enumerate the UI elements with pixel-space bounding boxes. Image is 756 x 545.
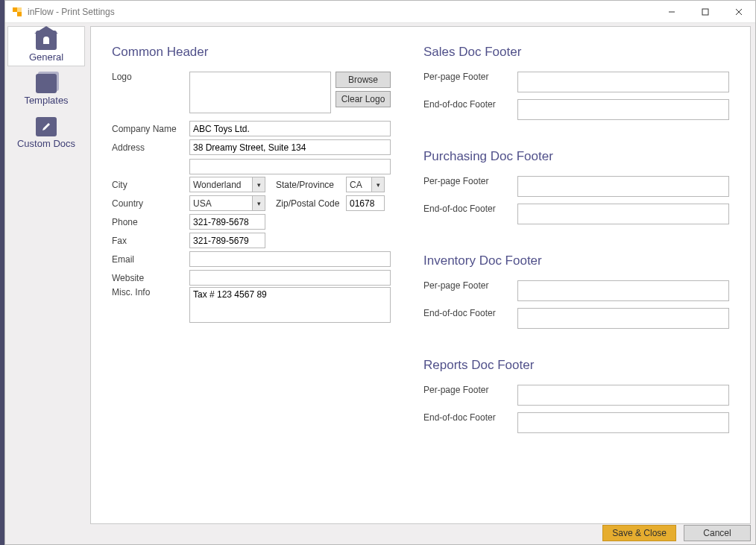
zip-input[interactable] bbox=[346, 195, 385, 211]
label-city: City bbox=[112, 180, 189, 190]
state-value: CA bbox=[350, 180, 362, 190]
label-website: Website bbox=[112, 273, 189, 283]
settings-panel: Common Header Logo Browse Clear Logo Com… bbox=[90, 26, 751, 524]
templates-icon bbox=[36, 74, 57, 93]
label-email: Email bbox=[112, 254, 189, 265]
label-misc: Misc. Info bbox=[112, 287, 189, 297]
reports-perpage-input[interactable] bbox=[517, 385, 729, 406]
label-logo: Logo bbox=[112, 72, 189, 82]
left-column: Common Header Logo Browse Clear Logo Com… bbox=[112, 45, 391, 505]
sales-enddoc-input[interactable] bbox=[517, 99, 729, 120]
misc-info-input[interactable] bbox=[189, 287, 391, 323]
svg-rect-1 bbox=[17, 12, 22, 16]
bottom-bar: Save & Close Cancel bbox=[602, 525, 751, 541]
chevron-down-icon: ▾ bbox=[252, 196, 265, 210]
sidebar-item-general[interactable]: General bbox=[7, 26, 85, 66]
chevron-down-icon: ▾ bbox=[252, 177, 265, 192]
sidebar-item-label: General bbox=[29, 51, 63, 63]
inventory-enddoc-input[interactable] bbox=[517, 308, 729, 329]
purchasing-footer-title: Purchasing Doc Footer bbox=[423, 149, 729, 164]
app-icon bbox=[11, 6, 23, 18]
inventory-footer-title: Inventory Doc Footer bbox=[423, 253, 729, 268]
email-input[interactable] bbox=[189, 251, 391, 267]
label-purch-perpage: Per-page Footer bbox=[423, 176, 517, 186]
sidebar-item-label: Custom Docs bbox=[17, 138, 75, 149]
fax-input[interactable] bbox=[189, 233, 265, 248]
clear-logo-button[interactable]: Clear Logo bbox=[336, 91, 391, 107]
city-value: Wonderland bbox=[193, 180, 242, 190]
label-zip: Zip/Postal Code bbox=[276, 198, 346, 209]
sidebar-item-custom-docs[interactable]: Custom Docs bbox=[7, 113, 85, 153]
label-country: Country bbox=[112, 198, 189, 209]
label-state: State/Province bbox=[276, 180, 346, 190]
address-line1-input[interactable] bbox=[189, 139, 391, 155]
city-combo[interactable]: Wonderland ▾ bbox=[189, 177, 265, 192]
home-icon bbox=[36, 31, 57, 50]
window-controls bbox=[655, 1, 755, 22]
label-phone: Phone bbox=[112, 217, 189, 227]
company-name-input[interactable] bbox=[189, 121, 391, 136]
sales-perpage-input[interactable] bbox=[517, 72, 729, 92]
window: inFlow - Print Settings General Template… bbox=[4, 0, 756, 545]
address-line2-input[interactable] bbox=[189, 159, 391, 174]
sidebar-item-label: Templates bbox=[24, 95, 68, 106]
pencil-icon bbox=[36, 117, 57, 136]
browse-button[interactable]: Browse bbox=[336, 72, 391, 88]
titlebar: inFlow - Print Settings bbox=[5, 1, 755, 23]
sales-footer-title: Sales Doc Footer bbox=[423, 45, 729, 60]
label-rep-enddoc: End-of-doc Footer bbox=[423, 412, 517, 423]
svg-rect-4 bbox=[702, 9, 708, 15]
client-area: General Templates Custom Docs Common Hea… bbox=[5, 23, 755, 544]
label-address: Address bbox=[112, 142, 189, 153]
reports-enddoc-input[interactable] bbox=[517, 412, 729, 433]
cancel-button[interactable]: Cancel bbox=[684, 525, 751, 541]
minimize-button[interactable] bbox=[655, 1, 688, 23]
reports-footer-title: Reports Doc Footer bbox=[423, 358, 729, 373]
purchasing-enddoc-input[interactable] bbox=[517, 204, 729, 224]
label-sales-enddoc: End-of-doc Footer bbox=[423, 99, 517, 110]
maximize-button[interactable] bbox=[688, 1, 722, 23]
logo-preview bbox=[189, 72, 331, 113]
svg-rect-0 bbox=[13, 7, 17, 12]
phone-input[interactable] bbox=[189, 214, 265, 230]
purchasing-perpage-input[interactable] bbox=[517, 176, 729, 197]
common-header-title: Common Header bbox=[112, 45, 391, 60]
label-rep-perpage: Per-page Footer bbox=[423, 385, 517, 395]
website-input[interactable] bbox=[189, 270, 391, 286]
save-close-button[interactable]: Save & Close bbox=[602, 525, 676, 541]
label-purch-enddoc: End-of-doc Footer bbox=[423, 204, 517, 214]
label-fax: Fax bbox=[112, 236, 189, 246]
right-column: Sales Doc Footer Per-page Footer End-of-… bbox=[423, 45, 729, 505]
label-sales-perpage: Per-page Footer bbox=[423, 72, 517, 82]
chevron-down-icon: ▾ bbox=[371, 177, 384, 192]
country-value: USA bbox=[193, 198, 212, 209]
window-title: inFlow - Print Settings bbox=[28, 7, 655, 17]
content-area: Common Header Logo Browse Clear Logo Com… bbox=[87, 23, 755, 544]
svg-rect-2 bbox=[17, 7, 22, 12]
sidebar-item-templates[interactable]: Templates bbox=[7, 69, 85, 110]
label-inv-perpage: Per-page Footer bbox=[423, 280, 517, 291]
country-combo[interactable]: USA ▾ bbox=[189, 195, 265, 211]
label-inv-enddoc: End-of-doc Footer bbox=[423, 308, 517, 318]
inventory-perpage-input[interactable] bbox=[517, 280, 729, 301]
close-button[interactable] bbox=[722, 1, 755, 23]
state-combo[interactable]: CA ▾ bbox=[346, 177, 385, 192]
label-company: Company Name bbox=[112, 124, 189, 134]
sidebar: General Templates Custom Docs bbox=[5, 23, 87, 544]
